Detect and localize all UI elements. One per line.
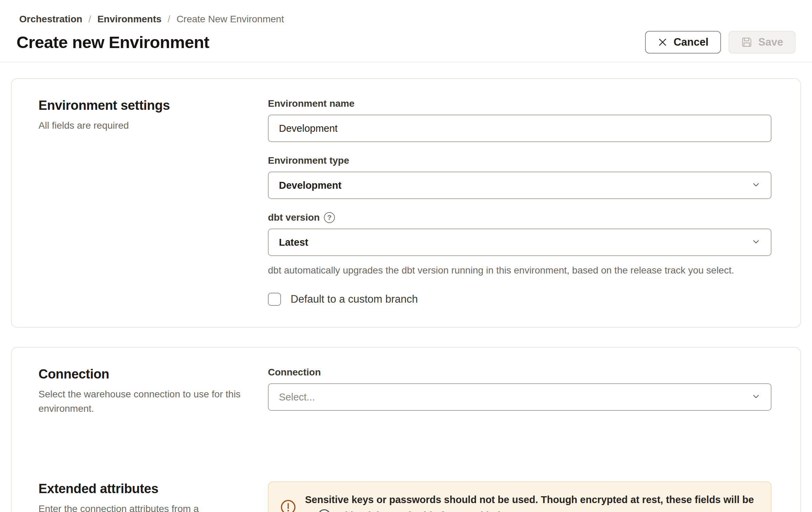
- page-header: Create new Environment Cancel Save: [0, 25, 812, 62]
- environment-type-group: Environment type Development: [268, 155, 771, 199]
- chevron-down-icon: [751, 236, 761, 248]
- extended-attributes-description: Enter the connection attributes from a p…: [38, 502, 245, 512]
- connection-section: Connection Select the warehouse connecti…: [38, 367, 771, 424]
- warning-text: Sensitive keys or passwords should not b…: [305, 492, 759, 512]
- connection-select-group: Connection Select...: [268, 367, 771, 411]
- environment-name-input[interactable]: [268, 115, 771, 142]
- connection-card: Connection Select the warehouse connecti…: [11, 347, 801, 512]
- close-icon: [657, 37, 668, 47]
- custom-branch-label[interactable]: Default to a custom branch: [291, 293, 418, 305]
- main-content: Environment settings All fields are requ…: [0, 78, 812, 512]
- breadcrumb-separator: /: [89, 14, 91, 25]
- environment-settings-subheading: All fields are required: [38, 118, 245, 133]
- connection-select[interactable]: Select...: [268, 383, 771, 411]
- cancel-button[interactable]: Cancel: [645, 31, 721, 54]
- sensitive-data-warning: Sensitive keys or passwords should not b…: [268, 481, 771, 512]
- custom-branch-checkbox[interactable]: [268, 293, 281, 306]
- dbt-version-value: Latest: [279, 237, 308, 248]
- custom-branch-row: Default to a custom branch: [268, 293, 771, 306]
- connection-fields: Connection Select...: [268, 367, 771, 424]
- environment-type-label: Environment type: [268, 155, 771, 166]
- breadcrumb-environments[interactable]: Environments: [97, 14, 161, 25]
- dbt-version-label: dbt version ?: [268, 212, 771, 223]
- extended-attributes-fields: Sensitive keys or passwords should not b…: [268, 481, 771, 512]
- save-button[interactable]: Save: [729, 31, 796, 54]
- extended-attributes-heading: Extended attributes: [38, 481, 268, 496]
- breadcrumb-separator: /: [168, 14, 170, 25]
- connection-heading: Connection: [38, 367, 268, 382]
- environment-settings-fields: Environment name Environment type Develo…: [268, 98, 771, 306]
- environment-name-group: Environment name: [268, 98, 771, 142]
- help-icon[interactable]: ?: [324, 212, 335, 223]
- save-button-label: Save: [758, 36, 783, 48]
- chevron-down-icon: [751, 391, 761, 403]
- breadcrumb: Orchestration / Environments / Create Ne…: [0, 0, 812, 25]
- dbt-version-help-text: dbt automatically upgrades the dbt versi…: [268, 264, 771, 277]
- breadcrumb-current: Create New Environment: [177, 14, 284, 25]
- environment-settings-intro: Environment settings All fields are requ…: [38, 98, 268, 133]
- save-icon: [741, 36, 753, 48]
- warning-icon: [280, 499, 296, 512]
- connection-select-label: Connection: [268, 367, 771, 378]
- cancel-button-label: Cancel: [674, 36, 709, 48]
- connection-description: Select the warehouse connection to use f…: [38, 387, 245, 416]
- environment-type-value: Development: [279, 180, 341, 191]
- dbt-version-label-text: dbt version: [268, 212, 320, 223]
- breadcrumb-orchestration[interactable]: Orchestration: [19, 14, 82, 25]
- environment-settings-heading: Environment settings: [38, 98, 268, 113]
- connection-intro: Connection Select the warehouse connecti…: [38, 367, 268, 416]
- dbt-version-select[interactable]: Latest: [268, 229, 771, 256]
- extended-attributes-intro: Extended attributes Enter the connection…: [38, 481, 268, 512]
- chevron-down-icon: [751, 179, 761, 191]
- dbt-version-group: dbt version ? Latest dbt automatically u…: [268, 212, 771, 277]
- extended-attributes-section: Extended attributes Enter the connection…: [38, 481, 771, 512]
- environment-settings-card: Environment settings All fields are requ…: [11, 78, 801, 328]
- header-actions: Cancel Save: [645, 31, 796, 54]
- page-title: Create new Environment: [16, 33, 209, 52]
- connection-select-placeholder: Select...: [279, 392, 315, 403]
- environment-type-select[interactable]: Development: [268, 172, 771, 199]
- environment-name-label: Environment name: [268, 98, 771, 109]
